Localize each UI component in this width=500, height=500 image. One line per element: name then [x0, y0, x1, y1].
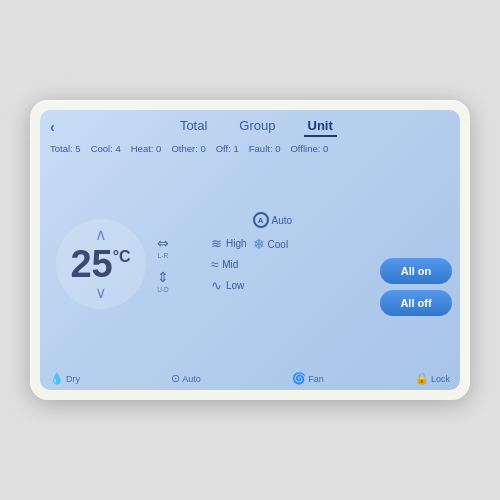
fan-item[interactable]: 🌀 Fan: [292, 372, 324, 385]
right-panel: ≋ High ≈ Mid ∿ Low A A: [211, 162, 452, 366]
fan-high[interactable]: ≋ High: [211, 236, 247, 251]
status-cool: Cool: 4: [91, 143, 121, 154]
mode-ud[interactable]: ⇕ U-D: [157, 269, 169, 293]
bottom-row: 💧 Dry ⊙ Auto 🌀 Fan 🔒 Lock: [40, 370, 460, 390]
tabs-container: Total Group Unit: [63, 116, 450, 137]
fan-high-label: High: [226, 238, 247, 249]
mode-lr[interactable]: ⇔ L-R: [157, 235, 169, 259]
lock-label: Lock: [431, 374, 450, 384]
fan-mid-label: Mid: [222, 259, 238, 270]
lock-item[interactable]: 🔒 Lock: [415, 372, 450, 385]
status-fault: Fault: 0: [249, 143, 281, 154]
fan-high-icon: ≋: [211, 236, 222, 251]
middle-panel: ⇔ L-R ⇕ U-D: [157, 162, 207, 366]
all-off-button[interactable]: All off: [380, 290, 452, 316]
status-bar: Total: 5 Cool: 4 Heat: 0 Other: 0 Off: 1…: [40, 141, 460, 158]
back-button[interactable]: ‹: [50, 119, 55, 135]
auto-mode-label: Auto: [182, 374, 201, 384]
tab-total[interactable]: Total: [176, 116, 211, 137]
auto-item[interactable]: ⊙ Auto: [171, 372, 201, 385]
status-heat: Heat: 0: [131, 143, 162, 154]
left-panel: ∧ 25 °C ∨: [48, 162, 153, 366]
auto-badge: A Auto: [253, 212, 293, 228]
status-total: Total: 5: [50, 143, 81, 154]
auto-mode-icon: ⊙: [171, 372, 180, 385]
fan-mid[interactable]: ≈ Mid: [211, 257, 247, 272]
main-content: ∧ 25 °C ∨ ⇔ L-R ⇕ U-D: [40, 158, 460, 370]
cool-badge-label: Cool: [268, 239, 289, 250]
dry-icon: 💧: [50, 372, 64, 385]
status-off: Off: 1: [216, 143, 239, 154]
header: ‹ Total Group Unit: [40, 110, 460, 141]
status-other: Other: 0: [171, 143, 205, 154]
fan-mid-icon: ≈: [211, 257, 218, 272]
status-offline: Offline: 0: [290, 143, 328, 154]
temp-unit: °C: [113, 249, 131, 265]
fan-low-icon: ∿: [211, 278, 222, 293]
fan-mode-label: Fan: [308, 374, 324, 384]
ud-label: U-D: [157, 286, 169, 293]
temp-up-button[interactable]: ∧: [87, 225, 115, 245]
device-frame: ‹ Total Group Unit Total: 5 Cool: 4 Heat…: [30, 100, 470, 400]
fan-low-label: Low: [226, 280, 244, 291]
temp-down-button[interactable]: ∨: [87, 283, 115, 303]
cool-badge: ❄ Cool: [253, 236, 289, 252]
auto-badge-label: Auto: [272, 215, 293, 226]
action-panel: A Auto ❄ Cool All on All off: [253, 162, 452, 366]
temperature-display: 25 °C: [70, 245, 130, 283]
lock-icon: 🔒: [415, 372, 429, 385]
lr-label: L-R: [158, 252, 168, 259]
tab-unit[interactable]: Unit: [304, 116, 337, 137]
lr-icon: ⇔: [157, 235, 169, 252]
snowflake-icon: ❄: [253, 236, 265, 252]
ud-icon: ⇕: [157, 269, 169, 286]
auto-circle-icon: A: [253, 212, 269, 228]
fan-low[interactable]: ∿ Low: [211, 278, 247, 293]
dry-label: Dry: [66, 374, 80, 384]
dry-item[interactable]: 💧 Dry: [50, 372, 80, 385]
all-on-button[interactable]: All on: [380, 258, 452, 284]
temp-value: 25: [70, 245, 112, 283]
tab-group[interactable]: Group: [235, 116, 279, 137]
screen: ‹ Total Group Unit Total: 5 Cool: 4 Heat…: [40, 110, 460, 390]
fan-icon: 🌀: [292, 372, 306, 385]
fan-options: ≋ High ≈ Mid ∿ Low: [211, 162, 247, 366]
